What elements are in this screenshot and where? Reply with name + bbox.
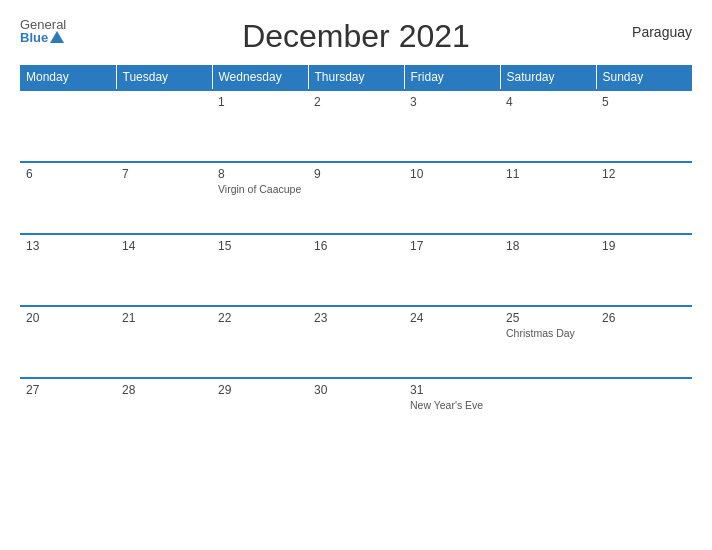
calendar-cell: 25Christmas Day <box>500 306 596 378</box>
calendar-cell: 1 <box>212 90 308 162</box>
day-number: 13 <box>26 239 110 253</box>
calendar-week-2: 678Virgin of Caacupe9101112 <box>20 162 692 234</box>
calendar-week-3: 13141516171819 <box>20 234 692 306</box>
calendar-cell: 4 <box>500 90 596 162</box>
day-number: 21 <box>122 311 206 325</box>
day-number: 3 <box>410 95 494 109</box>
logo-blue-text: Blue <box>20 31 66 44</box>
day-number: 10 <box>410 167 494 181</box>
day-number: 4 <box>506 95 590 109</box>
calendar-header: General Blue December 2021 Paraguay <box>20 18 692 55</box>
col-thursday: Thursday <box>308 65 404 90</box>
col-sunday: Sunday <box>596 65 692 90</box>
day-number: 1 <box>218 95 302 109</box>
calendar-cell <box>20 90 116 162</box>
logo: General Blue <box>20 18 66 44</box>
calendar-cell: 10 <box>404 162 500 234</box>
calendar-table: Monday Tuesday Wednesday Thursday Friday… <box>20 65 692 450</box>
calendar-title: December 2021 <box>242 18 470 55</box>
calendar-week-1: 12345 <box>20 90 692 162</box>
calendar-week-4: 202122232425Christmas Day26 <box>20 306 692 378</box>
day-number: 24 <box>410 311 494 325</box>
calendar-cell: 31New Year's Eve <box>404 378 500 450</box>
calendar-cell <box>500 378 596 450</box>
calendar-cell: 2 <box>308 90 404 162</box>
calendar-cell: 27 <box>20 378 116 450</box>
calendar-cell: 23 <box>308 306 404 378</box>
calendar-cell: 11 <box>500 162 596 234</box>
col-monday: Monday <box>20 65 116 90</box>
day-number: 9 <box>314 167 398 181</box>
calendar-cell: 15 <box>212 234 308 306</box>
day-number: 22 <box>218 311 302 325</box>
calendar-cell <box>116 90 212 162</box>
calendar-page: General Blue December 2021 Paraguay Mond… <box>0 0 712 550</box>
calendar-cell: 21 <box>116 306 212 378</box>
day-number: 27 <box>26 383 110 397</box>
calendar-cell: 5 <box>596 90 692 162</box>
calendar-cell: 9 <box>308 162 404 234</box>
calendar-cell: 7 <box>116 162 212 234</box>
calendar-cell: 20 <box>20 306 116 378</box>
holiday-label: Virgin of Caacupe <box>218 183 302 195</box>
day-number: 15 <box>218 239 302 253</box>
day-number: 5 <box>602 95 686 109</box>
day-number: 28 <box>122 383 206 397</box>
calendar-cell: 18 <box>500 234 596 306</box>
day-number: 7 <box>122 167 206 181</box>
day-number: 12 <box>602 167 686 181</box>
calendar-cell: 22 <box>212 306 308 378</box>
day-number: 18 <box>506 239 590 253</box>
day-number: 29 <box>218 383 302 397</box>
col-tuesday: Tuesday <box>116 65 212 90</box>
calendar-cell: 17 <box>404 234 500 306</box>
calendar-cell: 30 <box>308 378 404 450</box>
day-number: 20 <box>26 311 110 325</box>
calendar-week-5: 2728293031New Year's Eve <box>20 378 692 450</box>
day-number: 6 <box>26 167 110 181</box>
day-number: 11 <box>506 167 590 181</box>
day-number: 23 <box>314 311 398 325</box>
calendar-cell: 24 <box>404 306 500 378</box>
calendar-cell: 6 <box>20 162 116 234</box>
calendar-cell: 14 <box>116 234 212 306</box>
day-number: 19 <box>602 239 686 253</box>
day-number: 14 <box>122 239 206 253</box>
calendar-cell: 13 <box>20 234 116 306</box>
calendar-cell: 19 <box>596 234 692 306</box>
holiday-label: New Year's Eve <box>410 399 494 411</box>
day-number: 25 <box>506 311 590 325</box>
day-number: 8 <box>218 167 302 181</box>
day-number: 16 <box>314 239 398 253</box>
country-label: Paraguay <box>632 24 692 40</box>
calendar-header-row: Monday Tuesday Wednesday Thursday Friday… <box>20 65 692 90</box>
col-wednesday: Wednesday <box>212 65 308 90</box>
calendar-cell: 8Virgin of Caacupe <box>212 162 308 234</box>
day-number: 26 <box>602 311 686 325</box>
col-friday: Friday <box>404 65 500 90</box>
calendar-cell <box>596 378 692 450</box>
col-saturday: Saturday <box>500 65 596 90</box>
day-number: 31 <box>410 383 494 397</box>
day-number: 2 <box>314 95 398 109</box>
holiday-label: Christmas Day <box>506 327 590 339</box>
day-number: 30 <box>314 383 398 397</box>
calendar-cell: 28 <box>116 378 212 450</box>
calendar-cell: 12 <box>596 162 692 234</box>
calendar-cell: 16 <box>308 234 404 306</box>
calendar-body: 12345678Virgin of Caacupe910111213141516… <box>20 90 692 450</box>
logo-triangle-icon <box>50 31 64 43</box>
calendar-cell: 29 <box>212 378 308 450</box>
calendar-cell: 3 <box>404 90 500 162</box>
day-number: 17 <box>410 239 494 253</box>
calendar-cell: 26 <box>596 306 692 378</box>
